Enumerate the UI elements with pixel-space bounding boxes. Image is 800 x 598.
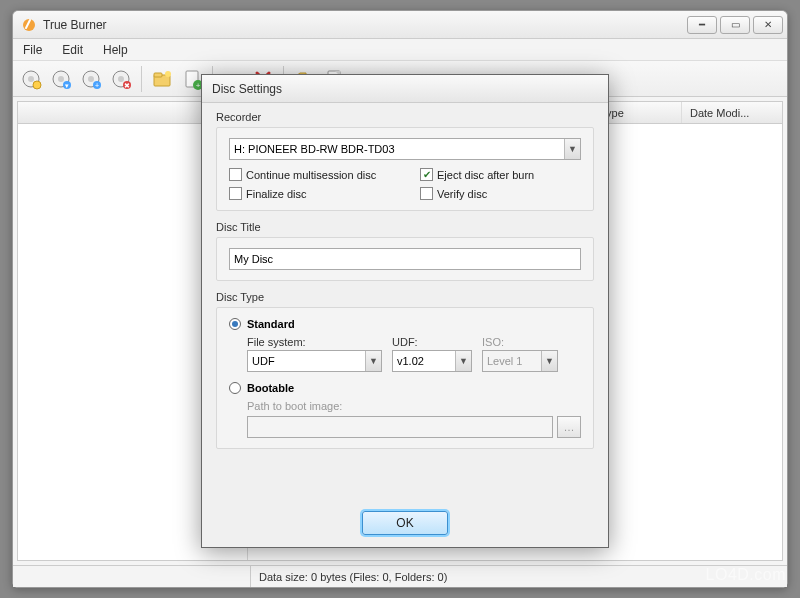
watermark: LO4D.com	[706, 566, 786, 584]
toolbar-add-disc[interactable]: ▾	[47, 65, 75, 93]
window-title: True Burner	[43, 18, 684, 32]
udf-select[interactable]: v1.02 ▼	[392, 350, 472, 372]
fs-label: File system:	[247, 336, 382, 348]
radio-icon	[229, 318, 241, 330]
recorder-select-value: H: PIONEER BD-RW BDR-TD03	[234, 143, 395, 155]
menu-help[interactable]: Help	[99, 41, 132, 59]
maximize-button[interactable]: ▭	[720, 16, 750, 34]
checkbox-icon	[229, 187, 242, 200]
status-text: Data size: 0 bytes (Files: 0, Folders: 0…	[251, 571, 447, 583]
boot-path-label: Path to boot image:	[247, 400, 581, 412]
dialog-footer: OK	[202, 499, 608, 547]
disc-type-label: Disc Type	[216, 291, 594, 303]
radio-icon	[229, 382, 241, 394]
chevron-down-icon: ▼	[564, 139, 580, 159]
disc-settings-dialog: Disc Settings Recorder H: PIONEER BD-RW …	[201, 74, 609, 548]
chevron-down-icon: ▼	[541, 351, 557, 371]
dialog-title: Disc Settings	[202, 75, 608, 103]
browse-button: …	[557, 416, 581, 438]
disc-title-label: Disc Title	[216, 221, 594, 233]
statusbar: Data size: 0 bytes (Files: 0, Folders: 0…	[13, 565, 787, 587]
toolbar-disc-settings[interactable]: ✖	[107, 65, 135, 93]
udf-label: UDF:	[392, 336, 472, 348]
svg-point-5	[58, 76, 64, 82]
toolbar-new-disc[interactable]	[17, 65, 45, 93]
recorder-label: Recorder	[216, 111, 594, 123]
svg-point-2	[28, 76, 34, 82]
svg-point-9	[88, 76, 94, 82]
verify-disc-check[interactable]: Verify disc	[420, 187, 581, 200]
finalize-disc-check[interactable]: Finalize disc	[229, 187, 390, 200]
radio-bootable[interactable]: Bootable	[229, 382, 581, 394]
fs-select[interactable]: UDF ▼	[247, 350, 382, 372]
checkbox-icon	[229, 168, 242, 181]
disc-title-input[interactable]	[229, 248, 581, 270]
chevron-down-icon: ▼	[365, 351, 381, 371]
checkbox-icon: ✔	[420, 168, 433, 181]
menu-file[interactable]: File	[19, 41, 46, 59]
eject-disc-check[interactable]: ✔ Eject disc after burn	[420, 168, 581, 181]
svg-text:▾: ▾	[65, 82, 69, 89]
toolbar-separator	[141, 66, 142, 92]
recorder-select[interactable]: H: PIONEER BD-RW BDR-TD03 ▼	[229, 138, 581, 160]
boot-path-input	[247, 416, 553, 438]
iso-select: Level 1 ▼	[482, 350, 558, 372]
ok-button[interactable]: OK	[362, 511, 448, 535]
titlebar: True Burner ━ ▭ ✕	[13, 11, 787, 39]
chevron-down-icon: ▼	[455, 351, 471, 371]
disc-type-group: Disc Type Standard File system: UDF ▼	[216, 291, 594, 449]
continue-multisession-check[interactable]: Continue multisession disc	[229, 168, 390, 181]
toolbar-new-folder[interactable]	[148, 65, 176, 93]
toolbar-import-disc[interactable]: +	[77, 65, 105, 93]
svg-rect-17	[154, 73, 162, 77]
disc-title-group: Disc Title	[216, 221, 594, 281]
svg-point-18	[165, 71, 171, 77]
close-button[interactable]: ✕	[753, 16, 783, 34]
col-date[interactable]: Date Modi...	[682, 102, 782, 123]
menu-edit[interactable]: Edit	[58, 41, 87, 59]
svg-point-3	[33, 81, 41, 89]
iso-label: ISO:	[482, 336, 558, 348]
checkbox-icon	[420, 187, 433, 200]
minimize-button[interactable]: ━	[687, 16, 717, 34]
recorder-group: Recorder H: PIONEER BD-RW BDR-TD03 ▼ Con…	[216, 111, 594, 211]
svg-text:+: +	[196, 81, 201, 90]
menubar: File Edit Help	[13, 39, 787, 61]
dialog-body: Recorder H: PIONEER BD-RW BDR-TD03 ▼ Con…	[202, 103, 608, 499]
svg-text:✖: ✖	[124, 82, 130, 89]
radio-standard[interactable]: Standard	[229, 318, 581, 330]
app-icon	[21, 17, 37, 33]
svg-text:+: +	[95, 82, 99, 89]
